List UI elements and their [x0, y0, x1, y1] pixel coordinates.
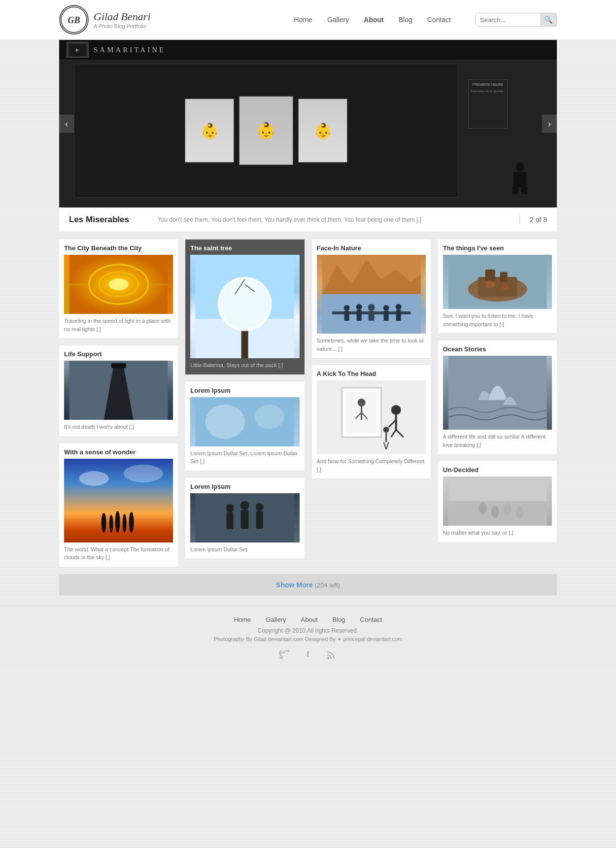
svg-point-82 [327, 657, 329, 659]
post-text: Lorem Ipsum Dollar Set, Lorem Ipsum Doll… [190, 449, 299, 466]
svg-point-42 [343, 305, 349, 311]
post-title: Face-In Nature [317, 244, 426, 252]
post-lorem1: Lorem Ipsum Lorem Ipsum Dollar Set, Lore… [185, 382, 304, 471]
slide-counter: 2 of 8 [519, 216, 547, 224]
svg-point-44 [356, 304, 362, 310]
svg-point-15 [102, 513, 106, 533]
svg-point-81 [515, 507, 523, 518]
site-name: Gilad Benari [94, 10, 151, 23]
dark-figure [508, 161, 532, 196]
hero-slider: ‹ ▶ SAMARITAINE 👶 👶 👶 PREMIERE HEURE Exp… [59, 40, 557, 207]
svg-rect-45 [356, 310, 361, 321]
footer-copyright: Copyright @ 2010.All rights Reserved. [0, 627, 616, 634]
svg-rect-13 [111, 363, 126, 368]
nav-contact[interactable]: Contact [427, 16, 451, 24]
svg-point-30 [205, 405, 245, 439]
post-text: Traveling in the speed of light in a pla… [64, 317, 173, 333]
svg-point-9 [109, 278, 129, 290]
svg-point-21 [124, 465, 163, 482]
footer-contact[interactable]: Contact [360, 616, 382, 623]
post-title: The things I've seen [443, 244, 552, 252]
svg-point-17 [115, 511, 120, 533]
search-input[interactable] [476, 14, 540, 26]
column-1: The City Beneath the City Traveling in t… [59, 239, 178, 567]
post-image [443, 476, 552, 526]
post-face-nature: Face-In Nature [312, 239, 431, 358]
svg-rect-5 [521, 187, 527, 194]
post-things-seen: The things I've seen Son, I want you to … [438, 239, 557, 333]
footer-about[interactable]: About [301, 616, 318, 623]
svg-point-20 [79, 471, 109, 486]
post-title: The saint tree [190, 244, 299, 252]
column-4: The things I've seen Son, I want you to … [438, 239, 557, 542]
svg-rect-49 [383, 311, 388, 321]
show-more-button[interactable]: Show More [276, 581, 313, 589]
svg-rect-72 [500, 272, 507, 282]
prev-slide-button[interactable]: ‹ [59, 115, 74, 133]
svg-point-60 [357, 399, 365, 407]
post-image [443, 255, 552, 309]
post-image [317, 255, 426, 334]
svg-point-74 [501, 284, 509, 290]
show-more-bar: Show More (204 left) [59, 574, 557, 596]
svg-point-35 [240, 501, 249, 510]
nav-blog[interactable]: Blog [399, 16, 412, 24]
post-text: A different life and still so similar A … [443, 433, 552, 449]
svg-rect-71 [485, 270, 495, 282]
svg-point-18 [123, 514, 127, 533]
nav-home[interactable]: Home [294, 16, 312, 24]
svg-point-19 [129, 512, 134, 533]
svg-point-64 [383, 427, 389, 433]
post-title: With a sense of wonder [64, 448, 173, 456]
svg-point-33 [226, 504, 234, 512]
site-title: Gilad Benari A Photo Blog Portfolio [94, 10, 151, 29]
svg-point-2 [516, 162, 524, 172]
post-text: The world. What a concept The formation … [64, 545, 173, 562]
post-kick: A Kick To The Head [312, 365, 431, 478]
post-life-support: Life Support It's not death I worry abou… [59, 345, 178, 436]
social-icons: f [0, 647, 616, 661]
post-title: Lorem Ipsum [190, 483, 299, 490]
post-text: No matter what you say, or [.] [443, 529, 552, 537]
logo-icon: GB [59, 5, 89, 34]
footer-blog[interactable]: Blog [333, 616, 345, 623]
post-city-beneath: The City Beneath the City Traveling in t… [59, 239, 178, 338]
post-title: Un-Decided [443, 466, 552, 474]
caption-title: Les Miserables [69, 215, 148, 225]
post-wonder: With a sense of wonder The world. What a… [59, 443, 178, 567]
post-text: Sometimes, while we take the time to loo… [317, 337, 426, 353]
next-slide-button[interactable]: › [542, 115, 557, 133]
search-button[interactable]: 🔍 [540, 13, 556, 26]
footer-credits: Photography By Gilad.deviantart.com Desi… [0, 636, 616, 643]
post-text: It's not death I worry about [.] [64, 423, 173, 431]
post-text: And Now for Something Completely Differe… [317, 457, 426, 474]
svg-point-26 [220, 279, 270, 329]
svg-point-46 [368, 304, 375, 311]
nav-about[interactable]: About [364, 16, 383, 24]
svg-point-55 [391, 405, 401, 415]
svg-point-73 [485, 280, 495, 288]
facebook-icon[interactable]: f [301, 647, 315, 661]
post-image [190, 397, 299, 446]
footer-home[interactable]: Home [234, 616, 251, 623]
twitter-icon[interactable] [277, 647, 291, 661]
svg-point-80 [503, 503, 511, 515]
nav-gallery[interactable]: Gallery [327, 16, 349, 24]
svg-rect-70 [478, 277, 517, 297]
svg-point-37 [256, 503, 264, 511]
store-name: SAMARITAINE [94, 46, 166, 54]
post-title: The City Beneath the City [64, 244, 173, 252]
footer: Home Gallery About Blog Contact Copyrigh… [0, 606, 616, 666]
caption-bar: Les Miserables You don't see them, You d… [59, 207, 557, 232]
svg-rect-34 [227, 512, 234, 529]
post-image [64, 459, 173, 543]
post-image [190, 255, 299, 358]
rss-icon[interactable] [325, 647, 339, 661]
post-text: Son, I want you to listen to me. I have … [443, 312, 552, 328]
post-image [190, 493, 299, 543]
post-text: Little Balerina, Stays out of the pack [… [190, 361, 299, 370]
footer-gallery[interactable]: Gallery [266, 616, 286, 623]
post-ocean: Ocean Stories A different life and still… [438, 340, 557, 454]
svg-rect-4 [513, 187, 518, 194]
post-title: Ocean Stories [443, 345, 552, 353]
